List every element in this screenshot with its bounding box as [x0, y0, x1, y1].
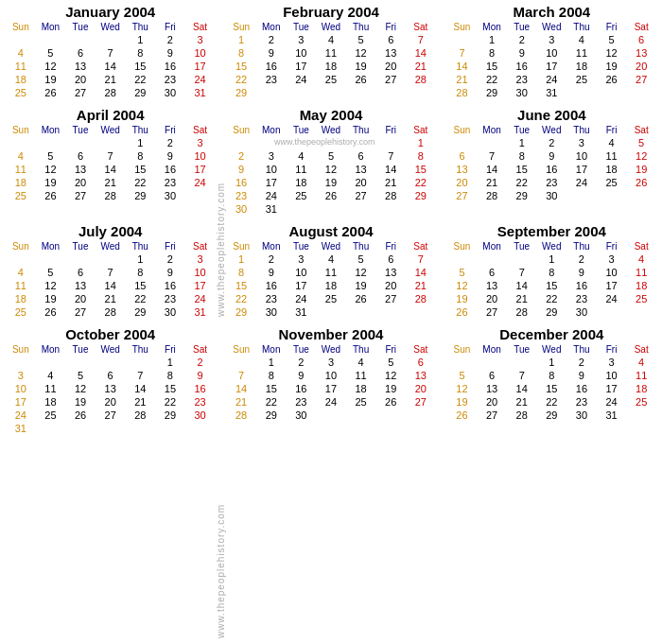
day-cell-6: 6 [477, 266, 507, 279]
day-cell-7: 7 [406, 33, 436, 46]
day-header-fri: Fri [597, 241, 627, 252]
day-cell-23: 23 [537, 176, 567, 189]
month-title: November 2004 [226, 326, 435, 342]
day-header-mon: Mon [256, 241, 287, 252]
day-header-fri: Fri [375, 241, 406, 252]
day-cell-25: 25 [287, 189, 317, 202]
day-cell-13: 13 [65, 279, 96, 292]
day-cell-26: 26 [597, 73, 627, 86]
day-cell-9: 9 [185, 369, 216, 382]
day-cell-17: 17 [6, 395, 36, 409]
day-cell-6: 6 [406, 356, 436, 369]
month-block-0: January 2004SunMonTueWedThuFriSat1234567… [0, 0, 220, 103]
day-cell-3: 3 [566, 136, 597, 149]
month-title: February 2004 [226, 4, 435, 20]
empty-cell [477, 136, 507, 149]
day-header-sat: Sat [406, 241, 436, 252]
day-cell-23: 23 [185, 395, 216, 409]
day-cell-5: 5 [36, 266, 66, 279]
day-header-mon: Mon [477, 22, 507, 32]
day-cell-3: 3 [597, 356, 627, 369]
day-cell-24: 24 [185, 292, 216, 305]
day-cell-20: 20 [96, 395, 126, 409]
day-header-sun: Sun [447, 125, 478, 135]
day-cell-23: 23 [155, 176, 185, 189]
empty-cell [36, 252, 66, 266]
day-header-fri: Fri [597, 125, 627, 135]
day-cell-14: 14 [447, 60, 478, 73]
day-cell-19: 19 [375, 382, 406, 395]
day-cell-18: 18 [316, 60, 346, 73]
day-cell-29: 29 [477, 86, 507, 99]
month-block-1: February 2004SunMonTueWedThuFriSat123456… [220, 0, 441, 103]
day-header-wed: Wed [316, 241, 346, 252]
day-header-sat: Sat [626, 22, 656, 32]
day-cell-1: 1 [226, 252, 256, 266]
month-block-4: May 2004SunMonTueWedThuFriSat12345678910… [220, 103, 441, 219]
day-cell-21: 21 [96, 176, 126, 189]
day-cell-20: 20 [375, 60, 406, 73]
day-cell-10: 10 [597, 369, 627, 382]
day-cell-13: 13 [406, 369, 436, 382]
day-cell-15: 15 [125, 163, 155, 176]
day-cell-19: 19 [346, 60, 376, 73]
day-cell-21: 21 [375, 176, 406, 189]
day-cell-5: 5 [346, 33, 376, 46]
day-cell-14: 14 [125, 382, 155, 395]
day-cell-24: 24 [566, 176, 597, 189]
empty-cell [65, 136, 96, 149]
day-header-tue: Tue [65, 22, 96, 32]
day-cell-13: 13 [447, 163, 478, 176]
empty-cell [65, 33, 96, 46]
day-cell-9: 9 [566, 266, 597, 279]
day-cell-23: 23 [155, 292, 185, 305]
day-header-sat: Sat [626, 344, 656, 355]
day-cell-8: 8 [125, 266, 155, 279]
day-cell-17: 17 [256, 176, 287, 189]
empty-cell [477, 252, 507, 266]
day-cell-13: 13 [346, 163, 376, 176]
day-cell-5: 5 [36, 46, 66, 60]
day-cell-28: 28 [96, 305, 126, 319]
day-cell-11: 11 [346, 369, 376, 382]
day-cell-28: 28 [96, 189, 126, 202]
day-cell-2: 2 [155, 33, 185, 46]
day-cell-20: 20 [375, 279, 406, 292]
day-cell-26: 26 [346, 73, 376, 86]
day-cell-31: 31 [597, 409, 627, 422]
day-cell-2: 2 [226, 149, 256, 163]
day-cell-7: 7 [125, 369, 155, 382]
watermark-center: www.thepeoplehistory.com [274, 137, 375, 147]
day-header-fri: Fri [155, 125, 185, 135]
day-cell-3: 3 [185, 252, 216, 266]
day-cell-14: 14 [96, 163, 126, 176]
watermark-left: www.thepeoplehistory.com [216, 5, 226, 317]
day-header-mon: Mon [36, 344, 66, 355]
day-cell-8: 8 [477, 46, 507, 60]
day-header-mon: Mon [477, 344, 507, 355]
day-cell-14: 14 [96, 60, 126, 73]
day-cell-6: 6 [65, 149, 96, 163]
month-block-2: March 2004SunMonTueWedThuFriSat123456789… [442, 0, 662, 103]
day-cell-1: 1 [406, 136, 436, 149]
day-cell-17: 17 [185, 163, 216, 176]
empty-cell [6, 33, 36, 46]
day-header-sun: Sun [6, 22, 36, 32]
month-title: June 2004 [447, 107, 656, 123]
day-cell-27: 27 [65, 189, 96, 202]
day-cell-7: 7 [96, 266, 126, 279]
day-cell-26: 26 [447, 305, 478, 319]
day-cell-3: 3 [316, 356, 346, 369]
empty-cell [447, 136, 478, 149]
day-cell-5: 5 [626, 136, 656, 149]
day-cell-12: 12 [65, 382, 96, 395]
day-cell-26: 26 [36, 189, 66, 202]
day-cell-31: 31 [185, 86, 216, 99]
day-cell-7: 7 [375, 149, 406, 163]
empty-cell [226, 356, 256, 369]
day-cell-22: 22 [226, 73, 256, 86]
day-cell-31: 31 [6, 422, 36, 435]
day-header-fri: Fri [597, 22, 627, 32]
day-cell-21: 21 [125, 395, 155, 409]
day-cell-31: 31 [185, 305, 216, 319]
